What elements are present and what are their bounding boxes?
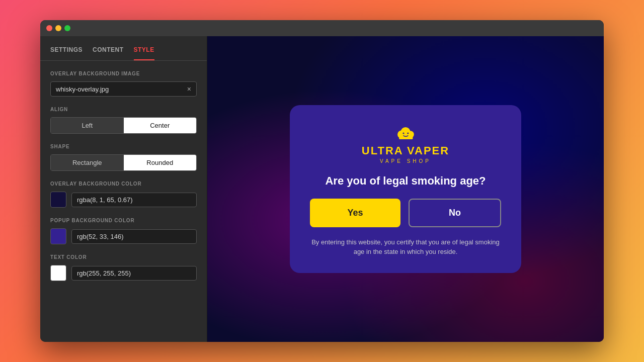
modal-buttons: Yes No: [310, 199, 501, 227]
tab-settings[interactable]: SETTINGS: [50, 46, 83, 60]
text-color-value[interactable]: rgb(255, 255, 255): [71, 266, 197, 281]
logo-area: ULTRA VAPER VAPE SHOP: [362, 123, 449, 164]
text-color-row: rgb(255, 255, 255): [50, 265, 197, 281]
overlay-bg-image-input[interactable]: whisky-overlay.jpg ×: [50, 81, 197, 97]
brand-name: ULTRA VAPER: [362, 145, 449, 156]
dot-yellow[interactable]: [55, 25, 61, 31]
traffic-lights: [46, 25, 70, 31]
text-color-swatch[interactable]: [50, 265, 66, 281]
brand-logo-icon: [393, 123, 418, 143]
app-window: SETTINGS CONTENT STYLE OVERLAY BACKGROUN…: [40, 20, 604, 342]
text-color-section: TEXT COLOR rgb(255, 255, 255): [40, 254, 207, 291]
align-toggle-group: Left Center: [50, 117, 197, 134]
overlay-bg-color-row: rgba(8, 1, 65, 0.67): [50, 192, 197, 208]
file-input-value: whisky-overlay.jpg: [56, 85, 183, 93]
yes-button[interactable]: Yes: [310, 199, 400, 227]
popup-bg-color-label: POPUP BACKGROUND COLOR: [50, 218, 197, 223]
window-body: SETTINGS CONTENT STYLE OVERLAY BACKGROUN…: [40, 36, 604, 342]
shape-rectangle-button[interactable]: Rectangle: [51, 155, 124, 170]
dot-red[interactable]: [46, 25, 52, 31]
popup-bg-color-value[interactable]: rgb(52, 33, 146): [71, 229, 197, 244]
dot-green[interactable]: [64, 25, 70, 31]
title-bar: [40, 20, 604, 36]
right-panel: ULTRA VAPER VAPE SHOP Are you of legal s…: [207, 36, 604, 342]
align-left-button[interactable]: Left: [51, 118, 124, 133]
age-verification-modal: ULTRA VAPER VAPE SHOP Are you of legal s…: [290, 105, 521, 273]
shape-toggle-group: Rectangle Rounded: [50, 154, 197, 171]
align-section: ALIGN Left Center: [40, 107, 207, 144]
shape-section: SHAPE Rectangle Rounded: [40, 144, 207, 181]
no-button[interactable]: No: [409, 199, 501, 227]
overlay-bg-image-section: OVERLAY BACKGROUND IMAGE whisky-overlay.…: [40, 71, 207, 107]
overlay-bg-color-label: OVERLAY BACKGROUND COLOR: [50, 181, 197, 187]
popup-bg-color-swatch[interactable]: [50, 228, 66, 244]
text-color-label: TEXT COLOR: [50, 254, 197, 260]
align-label: ALIGN: [50, 107, 197, 112]
shape-rounded-button[interactable]: Rounded: [124, 155, 197, 170]
left-panel: SETTINGS CONTENT STYLE OVERLAY BACKGROUN…: [40, 36, 207, 342]
modal-question: Are you of legal smoking age?: [325, 174, 486, 189]
overlay-bg-image-label: OVERLAY BACKGROUND IMAGE: [50, 71, 197, 76]
file-input-clear-icon[interactable]: ×: [187, 85, 191, 93]
overlay-bg-color-value[interactable]: rgba(8, 1, 65, 0.67): [71, 193, 197, 207]
brand-sub: VAPE SHOP: [380, 158, 431, 164]
overlay-bg-color-section: OVERLAY BACKGROUND COLOR rgba(8, 1, 65, …: [40, 181, 207, 218]
popup-bg-color-section: POPUP BACKGROUND COLOR rgb(52, 33, 146): [40, 218, 207, 254]
popup-bg-color-row: rgb(52, 33, 146): [50, 228, 197, 244]
tab-bar: SETTINGS CONTENT STYLE: [40, 36, 207, 61]
tab-content[interactable]: CONTENT: [93, 46, 124, 60]
preview-background: ULTRA VAPER VAPE SHOP Are you of legal s…: [207, 36, 604, 342]
tab-style[interactable]: STYLE: [134, 46, 154, 60]
modal-disclaimer: By entering this website, you certify th…: [310, 237, 501, 257]
svg-point-4: [403, 133, 404, 134]
overlay-bg-color-swatch[interactable]: [50, 192, 66, 208]
align-center-button[interactable]: Center: [124, 118, 197, 133]
shape-label: SHAPE: [50, 144, 197, 149]
svg-point-5: [407, 133, 409, 134]
